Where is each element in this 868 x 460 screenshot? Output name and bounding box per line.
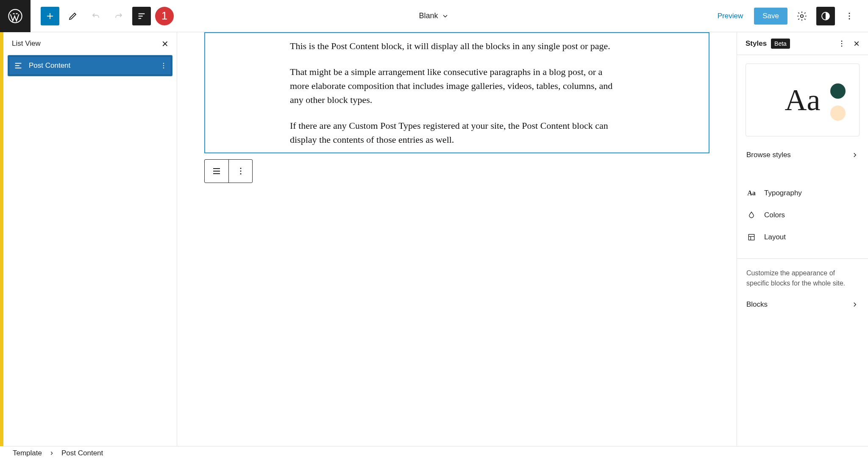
divider xyxy=(737,258,868,259)
swatch-dark xyxy=(830,83,846,99)
styles-button[interactable] xyxy=(816,7,835,25)
chevron-right-icon xyxy=(49,450,55,456)
close-styles-button[interactable]: × xyxy=(854,39,860,49)
list-view-panel: List View × Post Content xyxy=(3,32,177,446)
svg-point-10 xyxy=(240,171,241,172)
blocks-description: Customize the appearance of specific blo… xyxy=(737,268,868,288)
post-content-paragraph: This is the Post Content block, it will … xyxy=(290,39,624,53)
colors-link[interactable]: Colors xyxy=(737,204,868,226)
close-list-view-button[interactable]: × xyxy=(162,38,168,49)
block-toolbar xyxy=(204,159,253,183)
toolbar-left-group: 1 xyxy=(41,7,174,25)
chevron-right-icon xyxy=(851,301,859,308)
swatch-light xyxy=(830,105,846,121)
undo-icon xyxy=(91,11,101,21)
list-view-button[interactable] xyxy=(132,7,151,25)
blocks-link[interactable]: Blocks xyxy=(737,294,868,315)
wordpress-icon xyxy=(8,9,22,23)
svg-point-13 xyxy=(841,43,843,44)
svg-point-4 xyxy=(849,15,850,17)
top-toolbar: 1 Blank Preview Save xyxy=(0,0,868,32)
tree-item-label: Post Content xyxy=(29,61,70,70)
svg-rect-15 xyxy=(748,234,754,240)
style-preview-card[interactable]: Aa xyxy=(746,64,860,136)
svg-point-1 xyxy=(801,14,804,17)
preview-button[interactable]: Preview xyxy=(712,8,749,24)
drop-icon xyxy=(746,211,757,219)
more-vertical-icon xyxy=(845,11,854,21)
svg-point-5 xyxy=(849,18,850,19)
chevron-right-icon xyxy=(851,151,859,159)
gear-icon xyxy=(796,11,807,22)
block-toolbar-more-button[interactable] xyxy=(228,160,252,183)
svg-point-11 xyxy=(240,173,241,175)
svg-point-9 xyxy=(240,168,241,169)
list-view-icon xyxy=(137,11,146,21)
tree-item-post-content[interactable]: Post Content xyxy=(8,55,172,76)
post-content-paragraph: If there are any Custom Post Types regis… xyxy=(290,119,624,147)
template-name-selector[interactable]: Blank xyxy=(419,11,449,20)
block-toolbar-align-button[interactable] xyxy=(205,160,228,183)
browse-styles-label: Browse styles xyxy=(746,151,791,159)
typography-label: Typography xyxy=(764,189,802,197)
align-icon xyxy=(211,166,222,176)
styles-title: Styles xyxy=(746,39,767,48)
layout-label: Layout xyxy=(764,233,786,241)
left-edge-strip xyxy=(0,32,3,446)
breadcrumb: Template Post Content xyxy=(0,446,868,460)
layout-link[interactable]: Layout xyxy=(737,226,868,248)
browse-styles-link[interactable]: Browse styles xyxy=(737,145,868,165)
styles-menu-button[interactable] xyxy=(837,39,846,48)
svg-point-14 xyxy=(841,45,843,47)
beta-badge: Beta xyxy=(771,39,790,49)
annotation-marker-1: 1 xyxy=(155,7,174,25)
svg-point-12 xyxy=(841,40,843,42)
post-content-block[interactable]: This is the Post Content block, it will … xyxy=(204,32,709,153)
more-vertical-icon xyxy=(837,39,846,48)
style-preview-text: Aa xyxy=(785,83,821,118)
layout-icon xyxy=(746,233,757,241)
edit-tools-button[interactable] xyxy=(64,7,82,25)
toolbar-right-group: Preview Save xyxy=(712,7,868,25)
plus-icon xyxy=(45,11,55,21)
editor-canvas[interactable]: This is the Post Content block, it will … xyxy=(177,32,737,446)
svg-point-6 xyxy=(163,63,164,64)
typography-link[interactable]: Aa Typography xyxy=(737,182,868,204)
svg-point-3 xyxy=(849,13,850,14)
wordpress-logo[interactable] xyxy=(0,0,31,32)
template-name-label: Blank xyxy=(419,11,438,20)
pencil-icon xyxy=(68,11,78,21)
save-button[interactable]: Save xyxy=(754,8,787,25)
more-vertical-icon xyxy=(236,166,245,176)
typography-icon: Aa xyxy=(746,189,757,197)
styles-panel-header: Styles Beta × xyxy=(737,32,868,55)
colors-label: Colors xyxy=(764,211,785,219)
post-content-paragraph: That might be a simple arrangement like … xyxy=(290,65,624,107)
list-view-header: List View × xyxy=(3,32,177,55)
contrast-icon xyxy=(821,11,831,21)
post-content-icon xyxy=(14,61,23,70)
redo-button[interactable] xyxy=(109,7,128,25)
more-options-button[interactable] xyxy=(840,7,859,25)
chevron-down-icon xyxy=(442,12,449,20)
redo-icon xyxy=(114,11,124,21)
breadcrumb-root[interactable]: Template xyxy=(13,449,42,457)
breadcrumb-current[interactable]: Post Content xyxy=(61,449,103,457)
add-block-button[interactable] xyxy=(41,7,59,25)
list-view-title: List View xyxy=(12,39,41,48)
settings-button[interactable] xyxy=(793,7,811,25)
tree-item-more-button[interactable] xyxy=(160,62,167,69)
workspace: List View × Post Content This is the Pos… xyxy=(0,32,868,446)
svg-point-8 xyxy=(163,67,164,68)
styles-panel: Styles Beta × Aa Browse styles Aa Typogr… xyxy=(737,32,868,446)
svg-point-7 xyxy=(163,65,164,66)
more-vertical-icon xyxy=(160,62,167,69)
blocks-label: Blocks xyxy=(746,300,768,309)
undo-button[interactable] xyxy=(86,7,105,25)
